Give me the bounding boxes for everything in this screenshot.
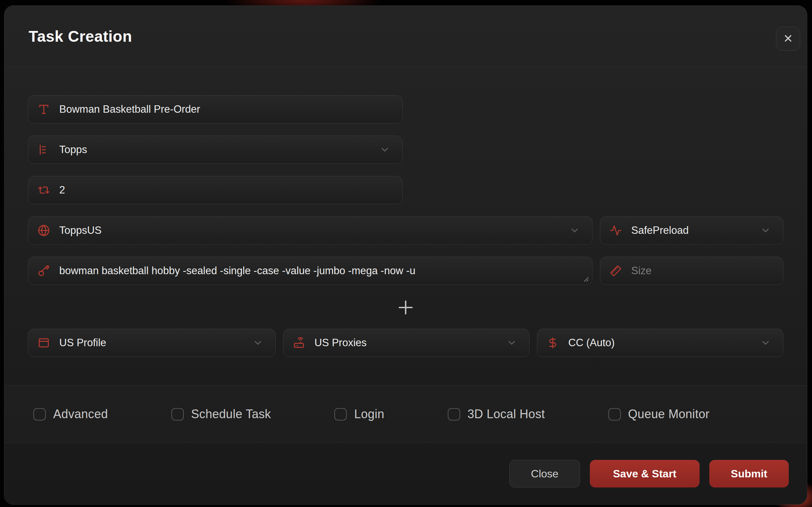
page-title: Task Creation	[29, 27, 132, 45]
size-placeholder: Size	[631, 265, 651, 277]
mode-value: SafePreload	[631, 224, 689, 237]
modal-header: Task Creation	[4, 6, 807, 67]
close-footer-button[interactable]: Close	[509, 460, 580, 487]
chevron-down-icon	[569, 225, 580, 236]
proxies-value: US Proxies	[314, 337, 367, 349]
modal-footer: Close Save & Start Submit	[4, 443, 807, 504]
checkbox-label: Queue Monitor	[628, 407, 710, 421]
chevron-down-icon	[760, 337, 771, 348]
payment-select[interactable]: CC (Auto)	[537, 329, 783, 357]
checkbox-label: 3D Local Host	[468, 407, 545, 421]
category-select[interactable]: Topps	[28, 136, 403, 164]
site-select[interactable]: ToppsUS	[28, 216, 593, 245]
task-name-value: Bowman Basketball Pre-Order	[59, 103, 200, 115]
checkbox-login[interactable]: Login	[334, 407, 384, 421]
mode-select[interactable]: SafePreload	[600, 216, 783, 245]
quantity-input[interactable]: 2	[28, 176, 403, 204]
type-icon	[38, 103, 50, 115]
repeat-icon	[38, 184, 50, 196]
chevron-down-icon	[506, 337, 517, 348]
checkbox-icon	[33, 408, 46, 421]
task-name-input[interactable]: Bowman Basketball Pre-Order	[28, 95, 403, 123]
submit-button[interactable]: Submit	[709, 460, 789, 487]
router-icon	[293, 337, 305, 349]
credit-card-icon	[38, 337, 50, 349]
plus-icon	[396, 298, 415, 318]
size-input[interactable]: Size	[600, 257, 783, 285]
checkbox-label: Advanced	[53, 407, 108, 421]
options-strip: Advanced Schedule Task Login 3D Local Ho…	[4, 386, 807, 443]
checkbox-icon	[334, 408, 347, 421]
checkbox-icon	[608, 408, 621, 421]
close-button[interactable]	[776, 27, 800, 51]
keywords-value: bowman basketball hobby -sealed -single …	[59, 265, 415, 277]
payment-value: CC (Auto)	[568, 337, 615, 349]
checkbox-icon	[448, 408, 460, 421]
site-value: ToppsUS	[59, 224, 102, 237]
globe-icon	[38, 224, 50, 237]
checkbox-3d-local-host[interactable]: 3D Local Host	[448, 407, 545, 421]
page-backdrop: Task Creation Bowman Basketball Pre-Orde…	[0, 0, 812, 507]
checkbox-advanced[interactable]: Advanced	[33, 407, 108, 421]
checkbox-label: Login	[354, 407, 384, 421]
dollar-icon	[547, 337, 559, 349]
profile-select[interactable]: US Profile	[28, 329, 276, 357]
profile-value: US Profile	[59, 337, 106, 349]
proxies-select[interactable]: US Proxies	[283, 329, 530, 357]
task-creation-modal: Task Creation Bowman Basketball Pre-Orde…	[4, 5, 807, 505]
checkbox-icon	[171, 408, 184, 421]
ruler-icon	[610, 265, 622, 277]
list-tree-icon	[38, 144, 50, 156]
category-value: Topps	[59, 144, 87, 156]
checkbox-label: Schedule Task	[191, 407, 271, 421]
activity-icon	[610, 224, 622, 237]
chevron-down-icon	[760, 225, 771, 236]
key-icon	[38, 265, 50, 277]
keywords-textarea[interactable]: bowman basketball hobby -sealed -single …	[28, 257, 593, 285]
add-keyword-row-button[interactable]	[395, 297, 416, 319]
quantity-value: 2	[59, 184, 65, 196]
chevron-down-icon	[379, 144, 390, 155]
modal-body: Bowman Basketball Pre-Order Topps	[4, 67, 807, 385]
checkbox-schedule-task[interactable]: Schedule Task	[171, 407, 271, 421]
checkbox-queue-monitor[interactable]: Queue Monitor	[608, 407, 710, 421]
close-icon	[783, 33, 793, 45]
resize-handle-icon[interactable]	[583, 276, 589, 283]
save-start-button[interactable]: Save & Start	[590, 460, 700, 487]
chevron-down-icon	[252, 337, 263, 348]
